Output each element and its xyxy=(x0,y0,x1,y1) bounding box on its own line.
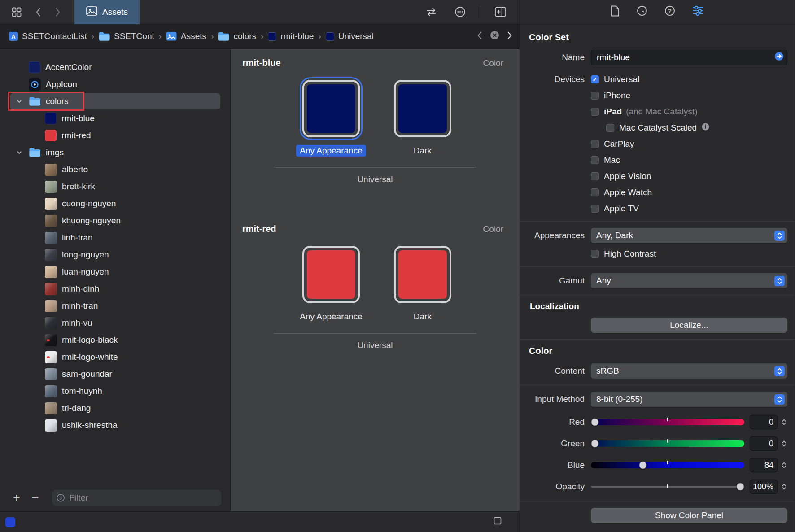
sidebar-item-rmit-red[interactable]: rmit-red xyxy=(0,127,230,144)
opacity-slider-track[interactable] xyxy=(591,486,744,488)
sidebar-item-minh-dinh[interactable]: minh-dinh xyxy=(0,280,230,297)
blue-slider[interactable] xyxy=(591,462,744,469)
attributes-inspector-icon[interactable] xyxy=(692,5,704,18)
localize-button[interactable]: Localize... xyxy=(591,318,787,333)
breadcrumb-universal[interactable]: Universal xyxy=(324,31,376,42)
variant-dark[interactable]: Dark xyxy=(391,77,454,157)
info-icon[interactable] xyxy=(702,123,709,133)
opacity-slider[interactable] xyxy=(591,483,744,490)
red-value-field[interactable]: 0 xyxy=(750,415,778,429)
sidebar-item-brett-kirk[interactable]: brett-kirk xyxy=(0,178,230,195)
sidebar-item-colors[interactable]: colors xyxy=(0,93,230,110)
color-well[interactable] xyxy=(394,246,451,303)
breadcrumb-group[interactable]: SSETCont xyxy=(97,31,156,42)
selected-asset-swatch[interactable] xyxy=(5,517,15,527)
variant-any-appearance[interactable]: Any Appearance xyxy=(296,243,366,323)
canvas-toggle-icon[interactable] xyxy=(494,517,502,527)
previous-item-icon[interactable] xyxy=(477,31,482,42)
swap-editors-icon[interactable] xyxy=(423,0,440,24)
jump-arrow-icon[interactable] xyxy=(774,52,784,63)
variant-label[interactable]: Any Appearance xyxy=(296,145,366,157)
checkbox-apple-vision[interactable] xyxy=(591,172,599,180)
sidebar-item-linh-tran[interactable]: linh-tran xyxy=(0,229,230,246)
sidebar-item-accentcolor[interactable]: AccentColor xyxy=(0,59,230,76)
green-slider-knob[interactable] xyxy=(591,440,599,448)
breadcrumb-assets[interactable]: Assets xyxy=(164,31,208,42)
red-slider-knob[interactable] xyxy=(591,419,599,426)
red-slider[interactable] xyxy=(591,419,744,426)
next-item-icon[interactable] xyxy=(507,31,512,42)
sidebar-item-imgs[interactable]: imgs xyxy=(0,144,230,161)
checkbox-ipad[interactable] xyxy=(591,108,599,116)
content-dropdown[interactable]: sRGB xyxy=(591,363,787,379)
sidebar-item-tom-huynh[interactable]: tom-huynh xyxy=(0,383,230,400)
checkbox-universal[interactable] xyxy=(591,75,599,83)
gamut-dropdown[interactable]: Any xyxy=(591,273,787,288)
variant-dark[interactable]: Dark xyxy=(391,243,454,323)
opacity-stepper[interactable] xyxy=(780,484,787,490)
blue-stepper[interactable] xyxy=(780,462,787,468)
sidebar-item-rmit-logo-white[interactable]: rmit-logo-white xyxy=(0,349,230,366)
color-well[interactable] xyxy=(394,80,451,137)
sidebar-item-khuong-nguyen[interactable]: khuong-nguyen xyxy=(0,212,230,229)
green-slider[interactable] xyxy=(591,440,744,447)
variant-label[interactable]: Dark xyxy=(410,311,435,323)
forward-icon[interactable] xyxy=(52,0,64,24)
breadcrumb-project[interactable]: A SSETContactList xyxy=(7,31,89,42)
close-icon[interactable] xyxy=(489,30,500,43)
opacity-value-field[interactable]: 100% xyxy=(750,480,778,494)
appearances-dropdown[interactable]: Any, Dark xyxy=(591,228,787,243)
disclosure-chevron-icon[interactable] xyxy=(16,149,22,156)
red-slider-track[interactable] xyxy=(591,419,744,425)
checkbox-apple-tv[interactable] xyxy=(591,205,599,213)
variant-label[interactable]: Any Appearance xyxy=(296,311,366,323)
file-inspector-icon[interactable] xyxy=(611,5,620,19)
sidebar-item-minh-tran[interactable]: minh-tran xyxy=(0,297,230,314)
variant-label[interactable]: Dark xyxy=(410,145,435,157)
filter-input[interactable] xyxy=(69,493,217,503)
more-options-icon[interactable] xyxy=(452,0,468,24)
green-value-field[interactable]: 0 xyxy=(750,436,778,451)
variant-any-appearance[interactable]: Any Appearance xyxy=(296,77,366,157)
input-method-dropdown[interactable]: 8-bit (0-255) xyxy=(591,392,787,407)
sidebar-item-luan-nguyen[interactable]: luan-nguyen xyxy=(0,263,230,280)
sidebar-item-ushik-shrestha[interactable]: ushik-shrestha xyxy=(0,417,230,434)
checkbox-high-contrast[interactable] xyxy=(591,250,599,258)
breadcrumb-rmit-blue[interactable]: rmit-blue xyxy=(266,31,315,42)
green-stepper[interactable] xyxy=(780,440,787,447)
sidebar-item-long-nguyen[interactable]: long-nguyen xyxy=(0,246,230,263)
tab-assets[interactable]: Assets xyxy=(74,0,140,24)
back-icon[interactable] xyxy=(32,0,44,24)
show-color-panel-button[interactable]: Show Color Panel xyxy=(591,508,787,523)
color-well[interactable] xyxy=(302,246,360,303)
editor-layout-icon[interactable] xyxy=(9,0,24,24)
name-input[interactable] xyxy=(596,52,774,63)
filter-field[interactable] xyxy=(52,490,221,506)
add-asset-button[interactable]: + xyxy=(9,490,24,506)
blue-value-field[interactable]: 84 xyxy=(750,458,778,472)
sidebar-item-alberto[interactable]: alberto xyxy=(0,161,230,178)
checkbox-iphone[interactable] xyxy=(591,92,599,100)
sidebar-item-cuong-nguyen[interactable]: cuong-nguyen xyxy=(0,195,230,212)
blue-slider-knob[interactable] xyxy=(639,462,646,469)
green-slider-track[interactable] xyxy=(591,440,744,447)
sidebar-item-appicon[interactable]: AppIcon xyxy=(0,76,230,93)
checkbox-mac[interactable] xyxy=(591,156,599,164)
checkbox-mac-catalyst-scaled[interactable] xyxy=(606,124,614,132)
add-editor-icon[interactable] xyxy=(492,0,509,24)
remove-asset-button[interactable]: − xyxy=(28,490,43,506)
sidebar-item-rmit-blue[interactable]: rmit-blue xyxy=(0,110,230,127)
blue-slider-track[interactable] xyxy=(591,462,744,468)
name-field[interactable] xyxy=(591,50,787,65)
checkbox-apple-watch[interactable] xyxy=(591,188,599,196)
opacity-slider-knob[interactable] xyxy=(737,483,744,491)
color-well[interactable] xyxy=(302,80,360,137)
sidebar-item-rmit-logo-black[interactable]: rmit-logo-black xyxy=(0,331,230,349)
sidebar-item-tri-dang[interactable]: tri-dang xyxy=(0,400,230,417)
history-inspector-icon[interactable] xyxy=(637,5,647,18)
checkbox-carplay[interactable] xyxy=(591,140,599,148)
red-stepper[interactable] xyxy=(780,419,787,425)
sidebar-item-sam-goundar[interactable]: sam-goundar xyxy=(0,366,230,383)
breadcrumb-colors[interactable]: colors xyxy=(216,31,258,42)
sidebar-item-minh-vu[interactable]: minh-vu xyxy=(0,314,230,331)
